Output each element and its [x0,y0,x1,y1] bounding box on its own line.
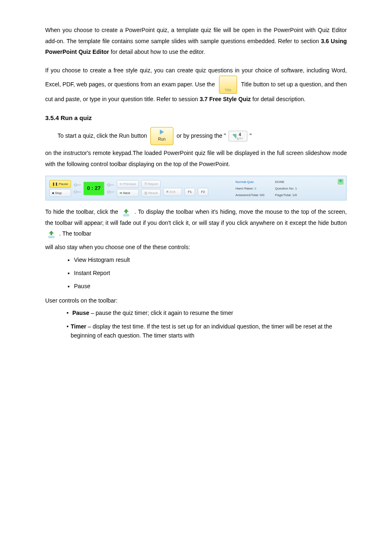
timer-display: 0 : 27 [83,182,104,195]
list-item: View Histogram result [74,255,347,264]
exit-button[interactable]: ✖ Exit [163,188,182,196]
play-icon [160,130,164,134]
run-button[interactable]: Run [150,127,173,145]
report-button[interactable]: ☰ Report [141,180,161,188]
body-text: To hide the toolbar, click the [45,208,118,215]
quiz-toolbar: ❚❚ Pause ■ Stop 0 : 27 ⬅Previous ➡ Next … [45,176,347,201]
question-no: Question No: 1 [275,185,297,192]
keypad-4-button[interactable]: 4 g h i [228,131,247,141]
quiz-mode-label: Normal Quiz [235,179,264,185]
slider-icon [107,190,114,194]
term-desc: – display the test time. If the test is … [71,323,332,339]
hide-toolbar-icon[interactable] [47,230,56,239]
run-button-label: Run [158,135,166,143]
key-number: 4 [239,133,241,137]
f1-button[interactable]: F1 [184,188,195,196]
slider-icon [107,183,114,187]
f2-button[interactable]: F2 [198,188,208,196]
title-button[interactable]: Title [219,76,237,94]
previous-button[interactable]: ⬅Previous [117,180,139,188]
answered-total: Answered/Total: 0/0 [235,192,264,198]
done-label: DONE [275,179,297,185]
hide-toolbar-icon[interactable] [122,208,131,217]
result-button[interactable]: ▥ Result [141,189,161,197]
body-text: or by pressing the " [177,132,226,139]
list-item: Pause [74,282,347,291]
signal-bars-icon [233,134,236,138]
term-timer: Timer [71,323,86,330]
body-text: When you choose to create a PowerPoint q… [45,27,347,44]
body-text: . The toolbar [59,230,91,237]
svg-rect-10 [123,214,129,216]
svg-point-4 [74,191,77,193]
pause-button[interactable]: ❚❚ Pause [49,180,71,188]
body-text: User controls on the toolbar: [45,295,347,306]
body-text: " [250,132,252,139]
body-text: for detail about how to use the editor. [111,49,205,55]
page-total: Page/Total: 1/6 [275,192,297,198]
section-ref: 3.7 Free Style Quiz [200,96,251,102]
list-item: Instant Report [74,268,347,278]
collapse-icon[interactable] [338,179,344,185]
svg-point-8 [108,191,110,193]
stop-button[interactable]: ■ Stop [49,189,71,197]
svg-rect-9 [339,183,343,184]
term-desc: – pause the quiz timer; click it again t… [89,310,233,316]
svg-point-2 [74,184,77,186]
key-sub: g h i [237,137,242,140]
title-button-label: Title [225,87,232,94]
controls-description-list: Pause – pause the quiz timer; click it a… [67,308,347,340]
body-text: for detail description. [252,96,305,102]
svg-point-6 [108,184,110,186]
hand-raise-value: 0 [254,187,256,190]
body-text: will also stay when you choose one of th… [45,242,347,253]
hand-raise-label: Hand Raise: [235,187,254,190]
body-text: To start a quiz, click the Run button [58,132,147,139]
slider-icon [74,190,81,194]
heading-354: 3.5.4 Run a quiz [45,112,347,124]
slider-icon [74,183,81,187]
stay-conditions-list: View Histogram result Instant Report Pau… [74,255,347,291]
body-text: on the instructor's remote keypad.The lo… [45,148,347,169]
bullet-icon [67,308,72,317]
term-pause: Pause [72,310,89,316]
svg-rect-11 [48,236,54,238]
next-button[interactable]: ➡ Next [117,189,139,197]
bullet-icon [67,322,71,340]
